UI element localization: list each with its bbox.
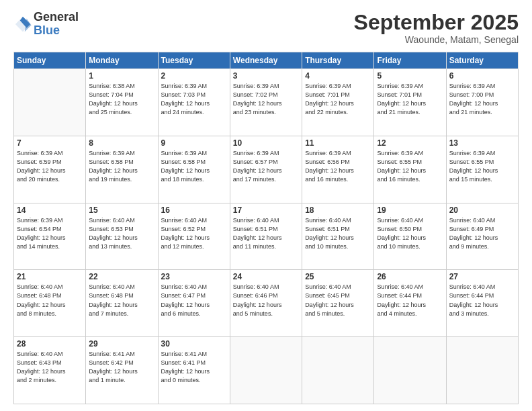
day-number: 8 — [89, 138, 154, 148]
calendar-cell: 21Sunrise: 6:40 AMSunset: 6:48 PMDayligh… — [14, 270, 86, 337]
day-info: Sunrise: 6:39 AMSunset: 6:55 PMDaylight:… — [449, 149, 515, 184]
calendar-cell: 22Sunrise: 6:40 AMSunset: 6:48 PMDayligh… — [86, 270, 158, 337]
calendar-cell: 24Sunrise: 6:40 AMSunset: 6:46 PMDayligh… — [230, 270, 302, 337]
calendar-cell: 11Sunrise: 6:39 AMSunset: 6:56 PMDayligh… — [302, 136, 374, 203]
calendar-cell — [446, 337, 518, 404]
day-number: 30 — [161, 339, 227, 349]
day-number: 14 — [17, 205, 83, 215]
calendar-cell: 28Sunrise: 6:40 AMSunset: 6:43 PMDayligh… — [14, 337, 86, 404]
calendar-cell: 13Sunrise: 6:39 AMSunset: 6:55 PMDayligh… — [446, 136, 518, 203]
header: General Blue September 2025 Waounde, Mat… — [13, 11, 519, 45]
col-tuesday: Tuesday — [158, 52, 230, 69]
day-number: 3 — [233, 71, 299, 81]
day-number: 26 — [377, 272, 443, 281]
col-sunday: Sunday — [14, 52, 86, 69]
day-info: Sunrise: 6:39 AMSunset: 6:55 PMDaylight:… — [377, 149, 443, 184]
logo-blue-text: Blue — [34, 24, 79, 38]
calendar-cell: 20Sunrise: 6:40 AMSunset: 6:49 PMDayligh… — [446, 203, 518, 270]
day-number: 20 — [449, 205, 515, 215]
col-monday: Monday — [86, 52, 158, 69]
day-info: Sunrise: 6:39 AMSunset: 7:02 PMDaylight:… — [233, 82, 299, 117]
day-number: 27 — [449, 272, 515, 281]
day-info: Sunrise: 6:40 AMSunset: 6:52 PMDaylight:… — [161, 216, 227, 251]
page: General Blue September 2025 Waounde, Mat… — [0, 0, 532, 411]
day-number: 9 — [161, 138, 227, 148]
calendar-cell: 27Sunrise: 6:40 AMSunset: 6:44 PMDayligh… — [446, 270, 518, 337]
calendar-cell: 19Sunrise: 6:40 AMSunset: 6:50 PMDayligh… — [374, 203, 446, 270]
day-number: 16 — [161, 205, 227, 215]
subtitle: Waounde, Matam, Senegal — [354, 34, 519, 45]
day-number: 18 — [305, 205, 371, 215]
day-number: 15 — [89, 205, 154, 215]
day-info: Sunrise: 6:39 AMSunset: 6:54 PMDaylight:… — [17, 216, 83, 251]
day-info: Sunrise: 6:39 AMSunset: 7:00 PMDaylight:… — [449, 82, 515, 117]
day-info: Sunrise: 6:41 AMSunset: 6:42 PMDaylight:… — [89, 350, 154, 385]
col-thursday: Thursday — [302, 52, 374, 69]
calendar-cell: 2Sunrise: 6:39 AMSunset: 7:03 PMDaylight… — [158, 69, 230, 136]
col-wednesday: Wednesday — [230, 52, 302, 69]
day-info: Sunrise: 6:40 AMSunset: 6:48 PMDaylight:… — [17, 283, 83, 318]
day-info: Sunrise: 6:40 AMSunset: 6:43 PMDaylight:… — [17, 350, 83, 385]
day-info: Sunrise: 6:39 AMSunset: 6:57 PMDaylight:… — [233, 149, 299, 184]
week-row-3: 14Sunrise: 6:39 AMSunset: 6:54 PMDayligh… — [14, 203, 519, 270]
calendar-cell: 6Sunrise: 6:39 AMSunset: 7:00 PMDaylight… — [446, 69, 518, 136]
calendar-cell: 26Sunrise: 6:40 AMSunset: 6:44 PMDayligh… — [374, 270, 446, 337]
day-number: 23 — [161, 272, 227, 281]
calendar-cell: 7Sunrise: 6:39 AMSunset: 6:59 PMDaylight… — [14, 136, 86, 203]
week-row-1: 1Sunrise: 6:38 AMSunset: 7:04 PMDaylight… — [14, 69, 519, 136]
day-info: Sunrise: 6:41 AMSunset: 6:41 PMDaylight:… — [161, 350, 227, 385]
day-info: Sunrise: 6:40 AMSunset: 6:53 PMDaylight:… — [89, 216, 154, 251]
day-number: 25 — [305, 272, 371, 281]
calendar-cell: 14Sunrise: 6:39 AMSunset: 6:54 PMDayligh… — [14, 203, 86, 270]
calendar-cell — [230, 337, 302, 404]
calendar-cell: 18Sunrise: 6:40 AMSunset: 6:51 PMDayligh… — [302, 203, 374, 270]
logo-text: General Blue — [34, 11, 79, 38]
day-info: Sunrise: 6:40 AMSunset: 6:51 PMDaylight:… — [305, 216, 371, 251]
day-info: Sunrise: 6:39 AMSunset: 6:56 PMDaylight:… — [305, 149, 371, 184]
day-info: Sunrise: 6:40 AMSunset: 6:51 PMDaylight:… — [233, 216, 299, 251]
day-info: Sunrise: 6:40 AMSunset: 6:48 PMDaylight:… — [89, 283, 154, 318]
day-number: 24 — [233, 272, 299, 281]
calendar-cell — [374, 337, 446, 404]
day-info: Sunrise: 6:39 AMSunset: 6:58 PMDaylight:… — [89, 149, 154, 184]
day-number: 13 — [449, 138, 515, 148]
month-title: September 2025 — [354, 11, 519, 34]
day-number: 17 — [233, 205, 299, 215]
calendar-header-row: Sunday Monday Tuesday Wednesday Thursday… — [14, 52, 519, 69]
week-row-5: 28Sunrise: 6:40 AMSunset: 6:43 PMDayligh… — [14, 337, 519, 404]
day-number: 1 — [89, 71, 154, 81]
calendar-cell: 12Sunrise: 6:39 AMSunset: 6:55 PMDayligh… — [374, 136, 446, 203]
calendar-cell: 5Sunrise: 6:39 AMSunset: 7:01 PMDaylight… — [374, 69, 446, 136]
calendar-cell: 10Sunrise: 6:39 AMSunset: 6:57 PMDayligh… — [230, 136, 302, 203]
day-number: 4 — [305, 71, 371, 81]
day-number: 6 — [449, 71, 515, 81]
calendar-cell — [14, 69, 86, 136]
calendar-cell: 29Sunrise: 6:41 AMSunset: 6:42 PMDayligh… — [86, 337, 158, 404]
day-number: 5 — [377, 71, 443, 81]
calendar-cell: 23Sunrise: 6:40 AMSunset: 6:47 PMDayligh… — [158, 270, 230, 337]
calendar-cell: 3Sunrise: 6:39 AMSunset: 7:02 PMDaylight… — [230, 69, 302, 136]
day-info: Sunrise: 6:40 AMSunset: 6:47 PMDaylight:… — [161, 283, 227, 318]
day-info: Sunrise: 6:39 AMSunset: 6:58 PMDaylight:… — [161, 149, 227, 184]
day-number: 10 — [233, 138, 299, 148]
day-info: Sunrise: 6:39 AMSunset: 6:59 PMDaylight:… — [17, 149, 83, 184]
logo-icon — [13, 15, 32, 34]
day-number: 7 — [17, 138, 83, 148]
day-info: Sunrise: 6:40 AMSunset: 6:44 PMDaylight:… — [449, 283, 515, 318]
day-info: Sunrise: 6:39 AMSunset: 7:01 PMDaylight:… — [305, 82, 371, 117]
day-info: Sunrise: 6:40 AMSunset: 6:50 PMDaylight:… — [377, 216, 443, 251]
calendar-cell: 15Sunrise: 6:40 AMSunset: 6:53 PMDayligh… — [86, 203, 158, 270]
day-info: Sunrise: 6:39 AMSunset: 7:03 PMDaylight:… — [161, 82, 227, 117]
day-info: Sunrise: 6:40 AMSunset: 6:44 PMDaylight:… — [377, 283, 443, 318]
calendar-cell: 16Sunrise: 6:40 AMSunset: 6:52 PMDayligh… — [158, 203, 230, 270]
calendar-cell: 9Sunrise: 6:39 AMSunset: 6:58 PMDaylight… — [158, 136, 230, 203]
day-number: 2 — [161, 71, 227, 81]
calendar-cell: 17Sunrise: 6:40 AMSunset: 6:51 PMDayligh… — [230, 203, 302, 270]
calendar-cell: 8Sunrise: 6:39 AMSunset: 6:58 PMDaylight… — [86, 136, 158, 203]
calendar-cell: 4Sunrise: 6:39 AMSunset: 7:01 PMDaylight… — [302, 69, 374, 136]
day-info: Sunrise: 6:40 AMSunset: 6:49 PMDaylight:… — [449, 216, 515, 251]
week-row-2: 7Sunrise: 6:39 AMSunset: 6:59 PMDaylight… — [14, 136, 519, 203]
day-number: 22 — [89, 272, 154, 281]
logo: General Blue — [13, 11, 79, 38]
day-number: 29 — [89, 339, 154, 349]
